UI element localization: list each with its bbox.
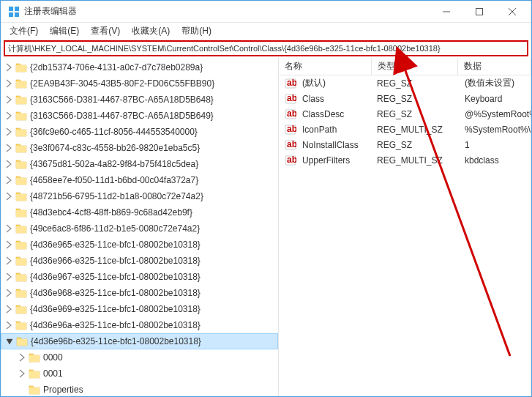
list-row[interactable]: ClassDescREG_SZ@%SystemRoot%\System32 (279, 106, 531, 122)
list-row[interactable]: ClassREG_SZKeyboard (279, 91, 531, 106)
value-type: REG_SZ (374, 94, 462, 104)
tree-item[interactable]: {4d36e96a-e325-11ce-bfc1-08002be10318} (1, 317, 278, 333)
value-type: REG_SZ (374, 78, 462, 89)
tree-item-label: {4d36e968-e325-11ce-bfc1-08002be10318} (30, 288, 201, 298)
expand-icon[interactable] (4, 288, 14, 298)
expand-icon[interactable] (4, 320, 14, 330)
tree-item[interactable]: {49ce6ac8-6f86-11d2-b1e5-0080c72e74a2} (1, 220, 278, 237)
tree-item[interactable]: {4658ee7e-f050-11d1-b6bd-00c04fa372a7} (1, 172, 278, 188)
string-value-icon (285, 155, 296, 166)
list-row[interactable]: UpperFiltersREG_MULTI_SZkbdclass (279, 152, 531, 168)
expand-icon[interactable] (4, 272, 14, 282)
expand-icon[interactable] (4, 127, 14, 137)
tree-item[interactable]: {48d3ebc4-4cf8-48ff-b869-9c68ad42eb9f} (1, 204, 278, 220)
value-name: Class (299, 94, 374, 104)
tree-item-label: {3e3f0674-c83c-4558-bb26-9820e1eba5c5} (30, 143, 200, 153)
menu-edit[interactable]: 编辑(E) (44, 23, 85, 39)
menu-view[interactable]: 查看(V) (85, 23, 126, 39)
expand-icon[interactable] (4, 240, 14, 250)
tree-item[interactable]: {4d36e966-e325-11ce-bfc1-08002be10318} (1, 253, 278, 269)
tree-item[interactable]: {4d36e969-e325-11ce-bfc1-08002be10318} (1, 301, 278, 317)
tree: {2db15374-706e-4131-a0c7-d7c78eb0289a}{2… (1, 58, 278, 396)
tree-item[interactable]: {2db15374-706e-4131-a0c7-d7c78eb0289a} (1, 59, 278, 75)
svg-rect-2 (9, 12, 13, 17)
tree-item[interactable]: {36fc9e60-c465-11cf-8056-444553540000} (1, 124, 278, 140)
list-row[interactable]: (默认)REG_SZ(数值未设置) (279, 75, 531, 91)
tree-item[interactable]: {3e3f0674-c83c-4558-bb26-9820e1eba5c5} (1, 140, 278, 156)
expand-icon[interactable] (4, 143, 14, 153)
folder-icon (15, 174, 27, 186)
tree-item-label: {4d36e965-e325-11ce-bfc1-08002be10318} (30, 240, 201, 250)
tree-pane[interactable]: {2db15374-706e-4131-a0c7-d7c78eb0289a}{2… (1, 58, 279, 396)
app-icon (8, 6, 20, 18)
list-header: 名称 类型 数据 (279, 58, 531, 75)
folder-icon (15, 255, 27, 267)
menu-file[interactable]: 文件(F) (4, 23, 44, 39)
col-name-header[interactable]: 名称 (279, 58, 372, 75)
svg-rect-3 (15, 12, 19, 17)
value-type: REG_MULTI_SZ (374, 125, 462, 135)
expand-icon[interactable] (4, 304, 14, 314)
expand-icon[interactable] (4, 191, 14, 201)
expand-icon[interactable] (4, 256, 14, 266)
tree-item[interactable]: {3163C566-D381-4467-87BC-A65A18D5B649} (1, 108, 278, 124)
col-type-header[interactable]: 类型 (372, 58, 458, 75)
string-value-icon (285, 93, 296, 105)
expand-icon[interactable] (4, 159, 14, 169)
col-data-header[interactable]: 数据 (458, 58, 531, 75)
tree-item-label: {2EA9B43F-3045-43B5-80F2-FD06C55FBB90} (30, 78, 214, 89)
svg-rect-1 (15, 7, 19, 11)
tree-item[interactable]: {4d36e967-e325-11ce-bfc1-08002be10318} (1, 269, 278, 285)
tree-item[interactable]: {2EA9B43F-3045-43B5-80F2-FD06C55FBB90} (1, 75, 278, 92)
list-pane[interactable]: 名称 类型 数据 (默认)REG_SZ(数值未设置)ClassREG_SZKey… (279, 58, 531, 396)
value-data: Keyboard (462, 94, 531, 104)
menu-help[interactable]: 帮助(H) (176, 23, 217, 39)
tree-item-label: {36fc9e60-c465-11cf-8056-444553540000} (30, 127, 198, 137)
folder-icon (15, 190, 27, 202)
menu-favorites[interactable]: 收藏夹(A) (126, 23, 176, 39)
value-data: kbdclass (462, 155, 531, 166)
expand-icon[interactable] (17, 352, 27, 363)
menubar: 文件(F) 编辑(E) 查看(V) 收藏夹(A) 帮助(H) (1, 23, 531, 39)
expand-icon[interactable] (4, 175, 14, 185)
tree-item-label: {3163C566-D381-4467-87BC-A65A18D5B648} (30, 94, 214, 105)
maximize-button[interactable] (462, 1, 495, 22)
close-button[interactable] (495, 1, 528, 22)
folder-icon (15, 207, 27, 218)
string-value-icon (285, 78, 296, 89)
expand-icon[interactable] (4, 78, 14, 89)
tree-item-label: {49ce6ac8-6f86-11d2-b1e5-0080c72e74a2} (30, 223, 200, 234)
list-row[interactable]: IconPathREG_MULTI_SZ%SystemRoot%\System3… (279, 122, 531, 137)
value-name: ClassDesc (299, 109, 374, 119)
string-value-icon (285, 139, 296, 151)
list-body: (默认)REG_SZ(数值未设置)ClassREG_SZKeyboardClas… (279, 75, 531, 168)
minimize-button[interactable] (430, 1, 462, 22)
tree-item[interactable]: {3163C566-D381-4467-87BC-A65A18D5B648} (1, 92, 278, 108)
expand-icon[interactable] (4, 94, 14, 105)
tree-item[interactable]: {4d36e968-e325-11ce-bfc1-08002be10318} (1, 285, 278, 301)
expand-icon[interactable] (4, 111, 14, 121)
expand-icon[interactable] (4, 62, 14, 73)
tree-item[interactable]: {4d36e965-e325-11ce-bfc1-08002be10318} (1, 237, 278, 253)
tree-item[interactable]: 0001 (1, 366, 278, 382)
value-type: REG_MULTI_SZ (374, 155, 462, 166)
folder-icon (29, 352, 40, 363)
value-type: REG_SZ (374, 109, 462, 119)
tree-item[interactable]: Properties (1, 382, 278, 396)
tree-item-label: {48d3ebc4-4cf8-48ff-b869-9c68ad42eb9f} (30, 207, 192, 218)
tree-item[interactable]: {43675d81-502a-4a82-9f84-b75f418c5dea} (1, 156, 278, 172)
expand-icon[interactable] (4, 223, 14, 234)
expand-icon[interactable] (17, 368, 27, 379)
tree-item-label: Properties (43, 385, 83, 395)
collapse-icon[interactable] (4, 336, 15, 346)
folder-icon (15, 142, 27, 154)
list-row[interactable]: NoInstallClassREG_SZ1 (279, 137, 531, 152)
tree-item[interactable]: {4d36e96b-e325-11ce-bfc1-08002be10318} (1, 333, 278, 349)
tree-item[interactable]: {48721b56-6795-11d2-b1a8-0080c72e74a2} (1, 188, 278, 204)
tree-item[interactable]: 0000 (1, 349, 278, 366)
address-input[interactable]: 计算机\HKEY_LOCAL_MACHINE\SYSTEM\CurrentCon… (4, 40, 528, 56)
folder-icon (15, 223, 27, 234)
tree-item-label: {3163C566-D381-4467-87BC-A65A18D5B649} (30, 111, 214, 121)
tree-item-label: {43675d81-502a-4a82-9f84-b75f418c5dea} (30, 159, 198, 169)
folder-icon (15, 78, 27, 89)
